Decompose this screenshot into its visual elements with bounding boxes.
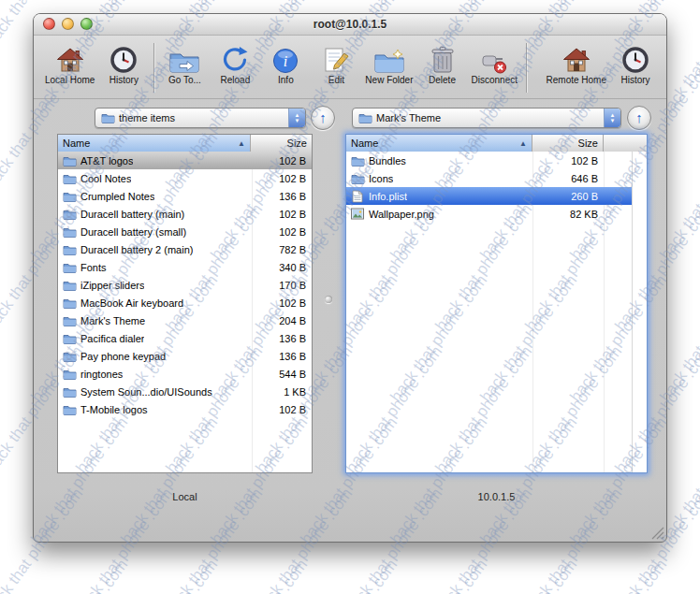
file-name-cell: MacBook Air keyboard	[58, 297, 251, 309]
sort-ascending-icon: ▲	[234, 139, 245, 148]
file-size: 102 B	[251, 155, 312, 167]
file-name: Duracell battery 2 (main)	[80, 244, 193, 255]
column-header-name[interactable]: Name ▲	[58, 135, 251, 152]
folder-icon	[62, 386, 77, 398]
file-row[interactable]: iZipper sliders170 B	[58, 276, 312, 294]
file-row[interactable]: AT&T logos102 B	[58, 152, 312, 169]
toolbar-button-label: Disconnect	[472, 75, 518, 85]
file-row[interactable]: Mark's Theme204 B	[58, 311, 312, 329]
toolbar-button-label: Edit	[328, 75, 344, 85]
file-row[interactable]: Crumpled Notes136 B	[58, 187, 312, 205]
file-name: T-Mobile logos	[80, 404, 148, 415]
file-row[interactable]: ringtones544 B	[58, 365, 312, 383]
remote-up-directory-button[interactable]: ↑	[627, 106, 651, 130]
column-header-size[interactable]: Size	[532, 135, 604, 152]
folder-icon	[62, 404, 77, 415]
file-row[interactable]: Pay phone keypad136 B	[58, 347, 312, 365]
folder-icon	[62, 209, 77, 220]
file-row[interactable]: Icons646 B	[346, 169, 647, 187]
file-name: Pacifica dialer	[80, 333, 144, 344]
file-name-cell: Duracell battery 2 (main)	[58, 244, 251, 255]
file-size: 136 B	[251, 333, 312, 344]
toolbar-button-reload[interactable]: Reload	[213, 40, 256, 85]
folder-icon	[62, 333, 77, 344]
close-button[interactable]	[43, 18, 55, 30]
file-row[interactable]: Fonts340 B	[58, 258, 312, 276]
local-path-popup[interactable]: theme items ▲▼	[95, 108, 306, 128]
file-name: Duracell battery (main)	[80, 209, 184, 220]
sort-ascending-icon: ▲	[516, 139, 527, 148]
toolbar-button-remote-home[interactable]: Remote Home	[547, 40, 606, 85]
resize-grip[interactable]	[650, 526, 664, 540]
file-size: 102 B	[251, 173, 312, 184]
disconnect-icon	[479, 40, 509, 74]
folder-icon	[62, 244, 77, 255]
file-row[interactable]: Bundles102 B	[346, 152, 647, 169]
local-table-header: Name ▲ Size	[58, 135, 312, 152]
file-row[interactable]: Duracell battery 2 (main)782 B	[58, 240, 312, 258]
toolbar-button-edit[interactable]: Edit	[314, 40, 357, 85]
toolbar-button-local-home[interactable]: Local Home	[45, 40, 95, 85]
folder-icon	[62, 226, 77, 238]
watermark-text: hack that phone .com	[207, 556, 312, 594]
toolbar-button-new-folder[interactable]: New Folder	[365, 40, 413, 85]
file-name-cell: ringtones	[58, 369, 251, 380]
file-name-cell: System Soun...dio/UISounds	[58, 386, 251, 398]
file-name: Crumpled Notes	[80, 191, 154, 202]
file-row[interactable]: System Soun...dio/UISounds1 KB	[58, 383, 312, 400]
file-size: 102 B	[251, 209, 312, 220]
folder-icon	[62, 155, 77, 167]
folder-icon	[62, 191, 77, 202]
folder-icon	[62, 297, 77, 309]
local-path-popup-label: theme items	[119, 112, 284, 123]
file-name-cell: Mark's Theme	[58, 315, 251, 326]
toolbar-button-label: History	[109, 75, 139, 85]
file-row[interactable]: Wallpaper.png82 KB	[346, 205, 647, 223]
reload-icon	[221, 40, 249, 74]
column-header-filler	[604, 135, 647, 152]
file-row[interactable]: Cool Notes102 B	[58, 169, 312, 187]
remote-table-header: Name ▲ Size	[346, 135, 647, 152]
column-header-size[interactable]: Size	[251, 135, 312, 152]
toolbar-button-history[interactable]: History	[614, 40, 657, 85]
info-icon: i	[272, 40, 299, 74]
folder-icon	[62, 173, 77, 184]
file-row[interactable]: MacBook Air keyboard102 B	[58, 294, 312, 311]
file-size: 102 B	[251, 226, 312, 238]
pane-splitter-handle[interactable]	[325, 296, 332, 303]
toolbar-button-disconnect[interactable]: Disconnect	[472, 40, 518, 85]
remote-path-popup[interactable]: Mark's Theme ▲▼	[352, 108, 621, 128]
file-row[interactable]: Info.plist260 B	[346, 187, 647, 205]
file-row[interactable]: Duracell battery (small)102 B	[58, 223, 312, 240]
popup-stepper-icon: ▲▼	[288, 109, 305, 127]
file-name: Wallpaper.png	[369, 209, 434, 220]
toolbar-button-label: Local Home	[45, 75, 95, 85]
remote-path-popup-label: Mark's Theme	[376, 112, 600, 123]
toolbar-button-go-to[interactable]: Go To...	[163, 40, 206, 85]
file-row[interactable]: Pacifica dialer136 B	[58, 329, 312, 347]
local-up-directory-button[interactable]: ↑	[311, 106, 335, 130]
folder-go-icon	[168, 40, 200, 74]
toolbar-button-delete[interactable]: Delete	[421, 40, 464, 85]
file-row[interactable]: Duracell battery (main)102 B	[58, 205, 312, 223]
column-header-label: Name	[63, 138, 90, 149]
file-name-cell: iZipper sliders	[58, 280, 251, 291]
column-header-label: Size	[578, 138, 598, 149]
folder-icon	[357, 112, 372, 123]
zoom-button[interactable]	[80, 18, 93, 30]
toolbar-button-label: New Folder	[365, 75, 413, 85]
column-header-label: Size	[287, 138, 307, 149]
toolbar-button-history[interactable]: History	[102, 40, 145, 85]
file-row[interactable]: T-Mobile logos102 B	[58, 400, 312, 418]
window-titlebar[interactable]: root@10.0.1.5	[34, 14, 666, 36]
file-size: 136 B	[251, 351, 312, 362]
minimize-button[interactable]	[62, 18, 74, 30]
scrollbar-track[interactable]	[632, 152, 647, 472]
file-size: 646 B	[532, 173, 604, 184]
folder-icon	[62, 351, 77, 362]
up-arrow-icon: ↑	[635, 110, 643, 124]
toolbar-button-info[interactable]: iInfo	[264, 40, 307, 85]
file-name: Fonts	[80, 262, 107, 273]
column-header-name[interactable]: Name ▲	[346, 135, 532, 152]
file-name: ringtones	[80, 369, 123, 380]
